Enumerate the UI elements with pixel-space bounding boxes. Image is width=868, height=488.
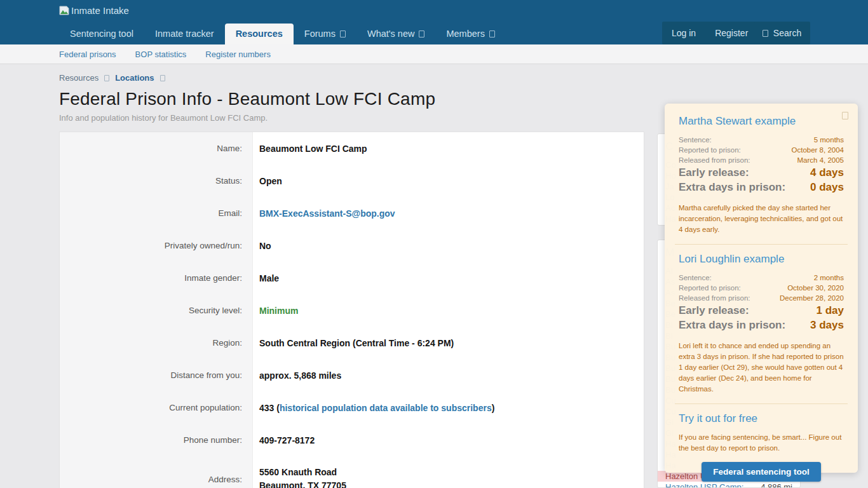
detail-label-security: Security level: — [60, 294, 253, 327]
dropdown-placeholder-icon — [489, 30, 495, 37]
detail-label-distance: Distance from you: — [60, 359, 253, 391]
nav-label: Sentencing tool — [70, 24, 133, 44]
detail-label-region: Region: — [60, 327, 253, 359]
nav-label: What's new — [367, 24, 415, 44]
popup-divider — [675, 403, 848, 404]
register-button[interactable]: Register — [705, 22, 757, 44]
early-release-row: Early release:4 days — [679, 165, 844, 180]
detail-label-address: Address: — [60, 456, 253, 488]
detail-value-address: 5560 Knauth Road Beaumont, TX 77705 — [253, 456, 644, 488]
detail-value-phone: 409-727-8172 — [253, 424, 644, 456]
detail-value-private: No — [253, 229, 644, 262]
lori-loughlin-example-link[interactable]: Lori Loughlin example — [679, 253, 844, 266]
nav-inmate-tracker[interactable]: Inmate tracker — [144, 24, 225, 44]
detail-label-email: Email: — [60, 197, 253, 229]
popup-divider — [675, 244, 848, 245]
prison-details-table: Name: Beaumont Low FCI Camp Status: Open… — [59, 132, 644, 488]
detail-label-name: Name: — [60, 132, 253, 165]
try-it-free-link[interactable]: Try it out for free — [679, 412, 844, 425]
nav-label: Members — [446, 24, 484, 44]
subnav-register-numbers[interactable]: Register numbers — [205, 50, 271, 59]
info-row: Reported to prison:October 8, 2004 — [679, 145, 844, 155]
address-line-1: 5560 Knauth Road — [259, 466, 337, 479]
breadcrumb-resources[interactable]: Resources — [59, 73, 98, 83]
nav-label: Forums — [304, 24, 336, 44]
nav-forums[interactable]: Forums — [294, 24, 356, 44]
page-subtitle: Info and population history for Beaumont… — [59, 113, 268, 123]
page-title: Federal Prison Info - Beaumont Low FCI C… — [59, 89, 435, 109]
detail-value-distance: approx. 5,868 miles — [253, 359, 644, 391]
auth-buttons: Log in Register — [662, 22, 757, 44]
breadcrumb-separator-icon — [104, 75, 109, 81]
detail-value-population: 433 (historical population data availabl… — [253, 391, 644, 424]
extra-days-row: Extra days in prison:3 days — [679, 318, 844, 332]
logo-broken-image-icon — [59, 6, 69, 15]
secondary-navigation: Federal prisons BOP statistics Register … — [0, 44, 868, 64]
nav-sentencing-tool[interactable]: Sentencing tool — [59, 24, 144, 44]
detail-label-private: Privately owned/run: — [60, 229, 253, 262]
extra-days-row: Extra days in prison:0 days — [679, 180, 844, 194]
detail-value-status: Open — [253, 165, 644, 197]
detail-value-gender: Male — [253, 262, 644, 294]
martha-description: Martha carefully picked the day she star… — [679, 203, 844, 235]
nav-whats-new[interactable]: What's new — [356, 24, 436, 44]
federal-sentencing-tool-button[interactable]: Federal sentencing tool — [702, 462, 821, 482]
historical-population-link[interactable]: historical population data available to … — [280, 403, 492, 413]
distance-value: 4,886 mi — [761, 482, 792, 488]
main-navigation: Sentencing tool Inmate tracker Resources… — [59, 24, 506, 44]
subnav-bop-statistics[interactable]: BOP statistics — [135, 50, 187, 59]
dropdown-placeholder-icon — [419, 30, 424, 37]
close-icon[interactable] — [842, 112, 848, 119]
search-label: Search — [773, 28, 801, 38]
info-row: Released from prison:March 4, 2005 — [679, 155, 844, 165]
hazelton-usp-camp-link[interactable]: Hazelton USP Camp: — [665, 482, 743, 488]
search-button[interactable]: Search — [754, 22, 810, 44]
detail-label-gender: Inmate gender: — [60, 262, 253, 294]
martha-stewart-example-link[interactable]: Martha Stewart example — [679, 115, 844, 128]
nav-resources[interactable]: Resources — [225, 24, 294, 44]
top-header-bar: Inmate Intake Sentencing tool Inmate tra… — [0, 0, 868, 44]
email-link[interactable]: BMX-ExecAssistant-S@bop.gov — [259, 208, 395, 219]
nav-label: Resources — [236, 24, 283, 44]
security-level-value: Minimum — [259, 306, 298, 316]
info-row: Released from prison:December 28, 2020 — [679, 293, 844, 303]
logo-text: Inmate Intake — [71, 5, 129, 16]
detail-label-population: Current population: — [60, 391, 253, 424]
subnav-federal-prisons[interactable]: Federal prisons — [59, 50, 116, 59]
population-count: 433 ( — [259, 403, 280, 413]
site-logo[interactable]: Inmate Intake — [59, 5, 129, 16]
detail-label-phone: Phone number: — [60, 424, 253, 456]
nav-label: Inmate tracker — [155, 24, 214, 44]
detail-value-region: South Central Region (Central Time - 6:2… — [253, 327, 644, 359]
search-icon — [763, 30, 768, 37]
early-release-row: Early release:1 day — [679, 303, 844, 318]
breadcrumb-locations[interactable]: Locations — [115, 73, 154, 83]
cta-description: If you are facing sentencing, be smart..… — [679, 432, 844, 454]
population-suffix: ) — [492, 403, 495, 413]
info-row: Sentence:5 months — [679, 135, 844, 145]
nav-members[interactable]: Members — [435, 24, 505, 44]
detail-value-name: Beaumont Low FCI Camp — [253, 132, 644, 165]
lori-description: Lori left it to chance and ended up spen… — [679, 341, 844, 395]
login-button[interactable]: Log in — [662, 22, 705, 44]
dropdown-placeholder-icon — [340, 30, 346, 37]
sentencing-examples-popup: Martha Stewart example Sentence:5 months… — [665, 104, 858, 473]
detail-label-status: Status: — [60, 165, 253, 197]
breadcrumb: Resources Locations — [59, 73, 165, 83]
info-row: Reported to prison:October 30, 2020 — [679, 283, 844, 293]
prison-distance-row[interactable]: Hazelton USP Camp: 4,886 mi — [665, 482, 792, 488]
info-row: Sentence:2 months — [679, 273, 844, 283]
address-line-2: Beaumont, TX 77705 — [259, 479, 346, 488]
breadcrumb-separator-icon — [160, 75, 165, 81]
